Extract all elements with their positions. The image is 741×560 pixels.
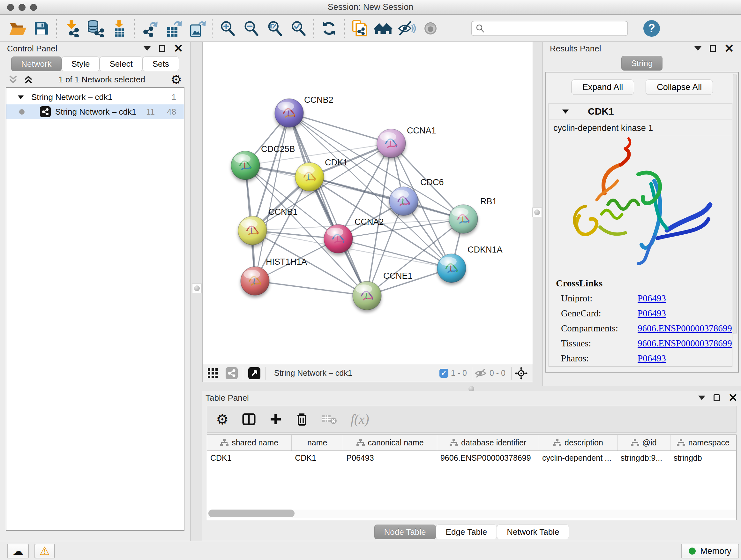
network-node-CCNA2[interactable] <box>324 225 353 253</box>
table-horizontal-scrollbar[interactable] <box>207 509 736 518</box>
tab-node-table[interactable]: Node Table <box>374 524 436 539</box>
tab-style[interactable]: Style <box>62 57 100 71</box>
control-panel-close-icon[interactable]: ✕ <box>174 44 183 53</box>
open-session-icon[interactable] <box>6 18 29 39</box>
network-node-CDC6[interactable] <box>389 187 418 215</box>
selected-checkbox-icon[interactable]: ✓ <box>440 369 448 378</box>
crosslink-row: GeneCard:P06493 <box>561 308 732 319</box>
network-node-RB1[interactable] <box>449 205 478 233</box>
export-table-icon[interactable] <box>161 18 185 39</box>
results-panel-close-icon[interactable]: ✕ <box>724 44 734 53</box>
grid-view-icon[interactable] <box>207 368 219 379</box>
network-node-CCNA1[interactable] <box>377 129 406 158</box>
table-panel-float-icon[interactable] <box>714 394 720 401</box>
results-panel-float-icon[interactable] <box>710 45 716 52</box>
zoom-fit-content-icon[interactable] <box>263 18 286 39</box>
crosslink-link[interactable]: P06493 <box>637 293 666 304</box>
table-cell[interactable]: 9606.ENSP00000378699 <box>437 451 539 465</box>
control-panel-float-icon[interactable] <box>159 45 165 52</box>
expand-all-networks-icon[interactable] <box>23 74 33 85</box>
tab-network[interactable]: Network <box>11 57 61 71</box>
import-network-file-icon[interactable] <box>60 18 84 39</box>
table-panel-close-icon[interactable]: ✕ <box>728 393 738 402</box>
delete-column-icon[interactable] <box>295 412 308 426</box>
string-eye-icon[interactable] <box>419 18 442 39</box>
crosslink-link[interactable]: 9606.ENSP00000378699 <box>637 323 732 334</box>
string-home-icon[interactable] <box>372 18 395 39</box>
network-collection-row[interactable]: String Network – cdk1 1 <box>6 90 184 105</box>
table-cell[interactable]: CDK1 <box>292 451 343 465</box>
tab-select[interactable]: Select <box>99 57 142 71</box>
apply-layout-icon[interactable] <box>317 18 341 39</box>
network-canvas[interactable]: CCNB2CCNA1CDC25BCDK1CDC6RB1CCNB1CCNA2CDK… <box>203 42 533 364</box>
help-button[interactable]: ? <box>643 20 660 37</box>
expand-all-button[interactable]: Expand All <box>571 79 634 95</box>
toolbar-search[interactable] <box>471 21 628 36</box>
close-window-button[interactable] <box>7 4 14 11</box>
split-columns-icon[interactable] <box>242 412 256 426</box>
import-table-file-icon[interactable] <box>107 18 131 39</box>
network-node-CCNB2[interactable] <box>275 99 304 127</box>
network-node-CDK1[interactable] <box>295 163 324 191</box>
network-node-HIST1H1A[interactable] <box>241 266 269 295</box>
column-header-databaseidentifier[interactable]: database identifier <box>437 435 539 450</box>
zoom-in-icon[interactable] <box>216 18 239 39</box>
search-input[interactable] <box>485 24 619 33</box>
right-splitter-handle[interactable] <box>532 207 542 217</box>
results-scrollbar[interactable] <box>733 74 737 334</box>
network-share-icon[interactable] <box>226 367 238 379</box>
detach-view-icon[interactable] <box>248 367 260 379</box>
tab-network-table[interactable]: Network Table <box>497 524 569 539</box>
column-header-description[interactable]: description <box>539 435 617 450</box>
add-column-icon[interactable] <box>269 413 282 426</box>
network-node-CCNB1[interactable] <box>238 216 267 245</box>
export-network-icon[interactable] <box>138 18 161 39</box>
network-node-CCNE1[interactable] <box>353 281 381 310</box>
table-cell[interactable]: stringdb:9... <box>617 451 670 465</box>
tab-sets[interactable]: Sets <box>143 57 179 71</box>
network-node-CDC25B[interactable] <box>231 151 260 180</box>
import-network-database-icon[interactable] <box>84 18 107 39</box>
string-glass-effect-icon[interactable] <box>395 18 419 39</box>
warnings-button[interactable]: ⚠ <box>35 544 55 558</box>
table-cell[interactable]: stringdb <box>670 451 736 465</box>
tab-string[interactable]: String <box>621 56 663 71</box>
zoom-out-icon[interactable] <box>239 18 263 39</box>
network-row[interactable]: String Network – cdk1 11 48 <box>6 105 184 119</box>
birdseye-crosshair-icon[interactable] <box>514 366 528 380</box>
network-node-CDKN1A[interactable] <box>437 254 466 283</box>
collection-expander-icon[interactable] <box>17 94 24 100</box>
crosslink-link[interactable]: 9606.ENSP00000378699 <box>637 338 732 349</box>
crosslink-link[interactable]: P06493 <box>637 308 666 319</box>
network-options-gear-icon[interactable]: ⚙ <box>171 73 182 86</box>
collapse-all-networks-icon[interactable] <box>8 74 18 85</box>
memory-button[interactable]: Memory <box>681 544 739 558</box>
minimize-window-button[interactable] <box>18 4 25 11</box>
gene-expander-icon[interactable] <box>562 108 569 115</box>
column-header-namespace[interactable]: namespace <box>670 435 736 450</box>
zoom-selected-icon[interactable] <box>286 18 310 39</box>
gene-section-header[interactable]: CDK1 <box>549 104 732 119</box>
table-cell[interactable]: P06493 <box>343 451 437 465</box>
scrollbar-thumb[interactable] <box>208 509 294 517</box>
table-settings-gear-icon[interactable]: ⚙ <box>216 411 228 428</box>
column-header-id[interactable]: @id <box>617 435 670 450</box>
column-header-name[interactable]: name <box>292 435 343 450</box>
left-splitter-handle[interactable] <box>192 284 202 293</box>
column-header-sharedname[interactable]: shared name <box>207 435 292 450</box>
column-header-canonicalname[interactable]: canonical name <box>343 435 437 450</box>
string-copy-network-icon[interactable] <box>348 18 372 39</box>
save-session-icon[interactable] <box>29 18 53 39</box>
export-image-icon[interactable] <box>185 18 209 39</box>
table-cell[interactable]: cyclin-dependent ... <box>539 451 617 465</box>
crosslink-link[interactable]: P06493 <box>637 353 666 364</box>
collapse-all-button[interactable]: Collapse All <box>646 79 713 95</box>
zoom-window-button[interactable] <box>30 4 37 11</box>
table-row[interactable]: CDK1CDK1P064939606.ENSP00000378699cyclin… <box>207 451 736 465</box>
tab-edge-table[interactable]: Edge Table <box>436 524 497 539</box>
table-panel-menu-icon[interactable] <box>698 395 705 400</box>
table-cell[interactable]: CDK1 <box>207 451 292 465</box>
control-panel-menu-icon[interactable] <box>144 46 151 51</box>
results-panel-menu-icon[interactable] <box>694 46 701 51</box>
cloud-button[interactable]: ☁ <box>7 544 29 558</box>
